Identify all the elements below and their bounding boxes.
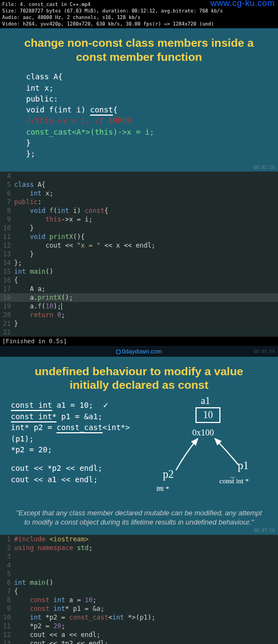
code-line[interactable]: 17 A a; <box>0 285 278 293</box>
watermark-top: www.cg-ku.com <box>210 0 275 7</box>
code-text: int main() <box>14 578 278 587</box>
code-line[interactable]: 10 int *p2 = const_cast<int *>(p1); <box>0 613 278 622</box>
code-line[interactable]: 1#include <iostream> <box>0 535 278 544</box>
code-text <box>14 561 278 570</box>
code-line[interactable]: 7public: <box>0 198 278 206</box>
code-text <box>14 328 278 337</box>
code-line[interactable]: 3 <box>0 552 278 561</box>
code-text: int *p2 = const_cast<int *>(p1); <box>14 613 278 622</box>
code-text: void printX(){ <box>14 232 278 241</box>
code-text: A a; <box>14 285 278 293</box>
code-line[interactable]: 6 int x; <box>0 189 278 198</box>
line-number: 9 <box>0 215 14 224</box>
code-line[interactable]: 12 cout << "x = " << x << endl; <box>0 241 278 250</box>
code-line[interactable]: 13 cout << *p2 << endl; <box>0 639 278 644</box>
line-number: 19 <box>0 302 14 311</box>
code-text: int x; <box>14 189 278 198</box>
annot-type-constintstar: const int * <box>219 477 249 485</box>
code-line[interactable]: 4 <box>0 561 278 570</box>
line-number: 4 <box>0 561 14 570</box>
line-number: 8 <box>0 596 14 604</box>
code-line[interactable]: 21} <box>0 319 278 328</box>
lock-icon <box>116 350 121 354</box>
slide-title: undefined behaviour to modify a value in… <box>8 364 270 392</box>
code-text: { <box>14 587 278 596</box>
line-number: 7 <box>0 198 14 206</box>
code-line[interactable]: 15int main() <box>0 267 278 276</box>
annot-address: 0x100 <box>192 428 214 438</box>
separator-daydown: 0daydown.com 00:04:04 <box>0 346 278 357</box>
code-text <box>14 172 278 180</box>
code-line[interactable]: 9 this->x = i; <box>0 215 278 224</box>
code-line[interactable]: 19 a.f(10); <box>0 302 278 311</box>
line-number: 11 <box>0 622 14 630</box>
code-text: { <box>14 276 278 285</box>
line-number: 4 <box>0 172 14 180</box>
const-cast-keyword: const_cast <box>56 423 102 433</box>
code-text: #include <iostream> <box>14 535 278 544</box>
code-text: using namespace std; <box>14 544 278 552</box>
file-line: Size: 70288727 bytes (67.03 MiB), durati… <box>2 8 276 14</box>
code-line[interactable]: 11 *p2 = 20; <box>0 622 278 630</box>
line-number: 5 <box>0 180 14 189</box>
code-editor-1[interactable]: 4 5class A{6 int x;7public:8 void f(int … <box>0 172 278 337</box>
code-line[interactable]: 16{ <box>0 276 278 285</box>
line-number: 13 <box>0 639 14 644</box>
code-line[interactable]: 11 void printX(){ <box>0 232 278 241</box>
slide-const-member-function: change non-const class members inside a … <box>0 28 278 172</box>
code-line[interactable]: 5 <box>0 570 278 578</box>
code-text: public: <box>14 198 278 206</box>
line-number: 21 <box>0 319 14 328</box>
code-line[interactable]: 14}; <box>0 258 278 267</box>
annot-type-intstar: int * <box>156 484 169 493</box>
timestamp: 00:04:04 <box>254 349 275 354</box>
code-editor-2[interactable]: 1#include <iostream>2using namespace std… <box>0 535 278 644</box>
line-number: 10 <box>0 613 14 622</box>
line-number: 13 <box>0 250 14 258</box>
code-line[interactable]: 22 <box>0 328 278 337</box>
code-line[interactable]: 6int main() <box>0 578 278 587</box>
line-number: 20 <box>0 311 14 319</box>
code-text <box>14 552 278 561</box>
code-line[interactable]: 20 return 0; <box>0 311 278 319</box>
slide-undefined-behaviour: undefined behaviour to modify a value in… <box>0 357 278 535</box>
slide-code: class A{ int x; public: void f(int i) co… <box>8 71 270 159</box>
line-number: 3 <box>0 552 14 561</box>
const-cast-expression: const_cast<A*>(this)->x = i; <box>26 128 154 136</box>
code-line[interactable]: 9 const int* p1 = &a; <box>0 604 278 613</box>
const-int-decl: const int <box>11 401 52 411</box>
line-number: 10 <box>0 224 14 232</box>
const-int-ptr-decl: const int* <box>11 412 56 422</box>
file-line: Video: h264, yuv420p, 1280x720, 630 kb/s… <box>2 21 276 27</box>
code-line[interactable]: 2using namespace std; <box>0 544 278 552</box>
code-text: return 0; <box>14 311 278 319</box>
code-line[interactable]: 5class A{ <box>0 180 278 189</box>
annot-p2: p2 <box>163 468 174 481</box>
code-line[interactable]: 10 } <box>0 224 278 232</box>
code-line[interactable]: 12 cout << a << endl; <box>0 630 278 639</box>
line-number: 5 <box>0 570 14 578</box>
code-text: a.printX(); <box>14 293 278 302</box>
code-line[interactable]: 8 void f(int i) const{ <box>0 206 278 215</box>
code-line[interactable]: 7{ <box>0 587 278 596</box>
file-line: Audio: aac, 48000 Hz, 2 channels, s16, 1… <box>2 14 276 21</box>
code-line[interactable]: 8 const int a = 10; <box>0 596 278 604</box>
code-text: } <box>14 319 278 328</box>
code-text: const int a = 10; <box>14 596 278 604</box>
annot-p1: p1 <box>238 459 249 472</box>
code-text <box>14 570 278 578</box>
line-number: 1 <box>0 535 14 544</box>
code-line[interactable]: 4 <box>0 172 278 180</box>
code-line[interactable]: 13 } <box>0 250 278 258</box>
code-text: void f(int i) const{ <box>14 206 278 215</box>
code-text: cout << *p2 << endl; <box>14 639 278 644</box>
code-line[interactable]: 18 a.printX(); <box>0 293 278 302</box>
line-number: 14 <box>0 258 14 267</box>
code-text: a.f(10); <box>14 302 278 311</box>
memory-diagram: a1 10 0x100 p2 p1 ⏟ int * ⏟ const <box>154 400 270 492</box>
line-number: 12 <box>0 241 14 250</box>
line-number: 6 <box>0 578 14 587</box>
line-number: 6 <box>0 189 14 198</box>
line-number: 15 <box>0 267 14 276</box>
code-text: }; <box>14 258 278 267</box>
